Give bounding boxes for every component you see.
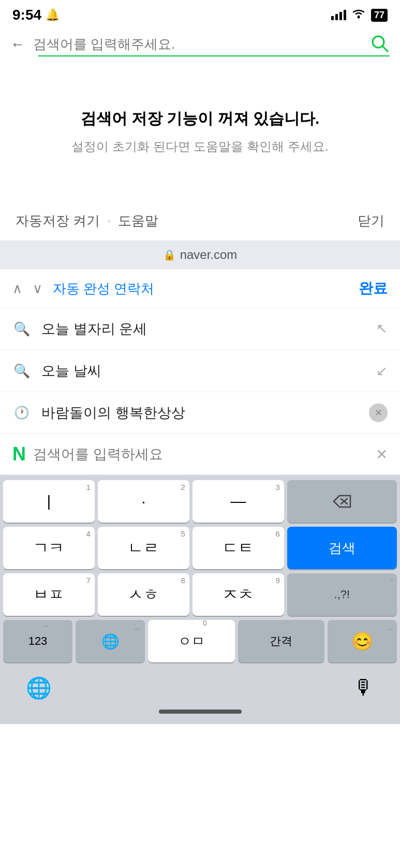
done-button[interactable]: 완료 [359,279,388,298]
suggestion-left-1: 🔍 오늘 별자리 운세 [12,320,147,338]
key-123[interactable]: ... 123 [3,620,72,662]
key-pipe[interactable]: 1 | [3,480,95,523]
search-input[interactable] [33,33,362,55]
suggestion-item-2[interactable]: 🔍 오늘 날씨 ↙ [0,350,400,392]
battery-icon: 77 [371,9,388,22]
lock-icon: 🔒 [163,249,176,261]
home-area: 🌐 🎙 [0,669,400,724]
key-gk[interactable]: 4 ㄱㅋ [3,527,95,569]
key-emoji[interactable]: ... 😊 [328,620,397,662]
svg-point-0 [357,16,360,19]
home-indicator [159,710,242,714]
suggestion-text-2: 오늘 날씨 [41,361,101,380]
close-button[interactable]: 닫기 [358,212,384,230]
key-globe[interactable]: ... 🌐 [76,620,145,662]
key-dt[interactable]: 6 ㄷㅌ [192,527,284,569]
keyboard-row-2: 4 ㄱㅋ 5 ㄴㄹ 6 ㄷㅌ 검색 [2,527,398,569]
key-bp[interactable]: 7 ㅂㅍ [3,573,95,616]
status-time: 9:54 🔔 [12,7,60,23]
help-button[interactable]: 도움말 [118,212,158,230]
key-search[interactable]: 검색 [287,527,397,569]
main-subtitle: 설정이 초기화 된다면 도움말을 확인해 주세요. [71,138,328,155]
arrow-icon-1: ↙ [376,321,388,337]
suggestion-item-3[interactable]: 🕐 바람돌이의 행복한상상 ✕ [0,392,400,434]
main-title: 검색어 저장 기능이 꺼져 있습니다. [81,108,320,129]
key-dot[interactable]: 2 · [98,480,189,523]
auto-save-button[interactable]: 자동저장 켜기 [16,212,100,230]
search-icon-button[interactable] [370,34,390,55]
action-bar-left: 자동저장 켜기 · 도움말 [16,212,158,230]
mic-button[interactable]: 🎙 [353,676,374,700]
globe-mic-row: 🌐 🎙 [0,676,400,700]
history-icon-3: 🕐 [12,406,31,420]
separator: · [107,213,111,229]
keyboard-row-3: 7 ㅂㅍ 8 ㅅㅎ 9 ㅈㅊ ~ .,?! [2,573,398,616]
clear-icon-3[interactable]: ✕ [369,403,388,422]
key-jc[interactable]: 9 ㅈㅊ [192,573,284,616]
wifi-icon [351,8,366,22]
status-bar: 9:54 🔔 77 [0,0,400,28]
domain-label: naver.com [180,248,238,262]
key-om[interactable]: 0 ㅇㅁ [148,620,235,662]
search-bar-area: ← [0,28,400,55]
search-input-wrapper [33,33,362,55]
main-content: 검색어 저장 기능이 꺼져 있습니다. 설정이 초기화 된다면 도움말을 확인해… [0,56,400,201]
naver-search-input[interactable] [33,446,368,462]
autocomplete-nav: ∧ ∨ 자동 완성 연락처 [12,280,154,298]
naver-input-row: N ✕ [0,434,400,475]
naver-logo: N [12,443,26,465]
svg-line-2 [382,46,388,51]
autocomplete-domain-bar: 🔒 naver.com [0,240,400,269]
autocomplete-controls: ∧ ∨ 자동 완성 연락처 완료 [0,269,400,308]
key-punctuation[interactable]: ~ .,?! [287,573,397,616]
bell-icon: 🔔 [46,8,60,22]
key-dash[interactable]: 3 — [192,480,284,523]
search-suggestion-icon-1: 🔍 [12,321,31,337]
keyboard: 1 | 2 · 3 — 4 ㄱㅋ 5 ㄴㄹ 6 [0,475,400,669]
status-icons: 77 [331,8,388,22]
nav-down-button[interactable]: ∨ [33,281,42,297]
back-button[interactable]: ← [10,36,25,53]
keyboard-row-1: 1 | 2 · 3 — [2,480,398,523]
key-backspace[interactable] [287,480,397,523]
suggestion-left-2: 🔍 오늘 날씨 [12,361,101,380]
suggestion-left-3: 🕐 바람돌이의 행복한상상 [12,403,185,422]
naver-clear-button[interactable]: ✕ [376,446,388,463]
globe-button[interactable]: 🌐 [26,676,52,700]
suggestion-text-1: 오늘 별자리 운세 [41,320,147,338]
key-sh[interactable]: 8 ㅅㅎ [98,573,189,616]
action-bar: 자동저장 켜기 · 도움말 닫기 [0,201,400,240]
key-space[interactable]: 간격 [238,620,325,662]
signal-bars-icon [331,10,346,20]
key-nr[interactable]: 5 ㄴㄹ [98,527,189,569]
nav-up-button[interactable]: ∧ [12,281,22,297]
search-suggestion-icon-2: 🔍 [12,363,31,379]
suggestion-text-3: 바람돌이의 행복한상상 [41,403,185,422]
autocomplete-label: 자동 완성 연락처 [53,280,154,298]
keyboard-row-4: ... 123 ... 🌐 0 ㅇㅁ 간격 ... 😊 [2,620,398,662]
suggestion-item-1[interactable]: 🔍 오늘 별자리 운세 ↙ [0,308,400,350]
arrow-icon-2: ↙ [376,363,388,379]
